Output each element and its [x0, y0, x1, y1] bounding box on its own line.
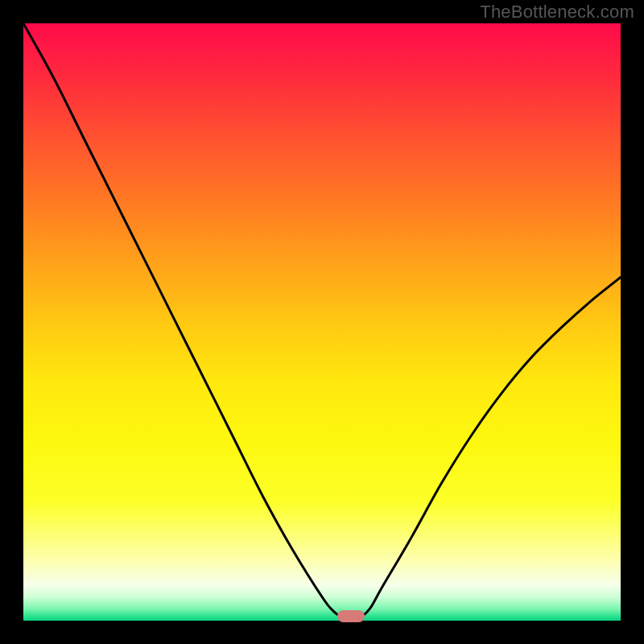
chart-container: TheBottleneck.com	[0, 0, 644, 644]
watermark-text: TheBottleneck.com	[480, 2, 634, 23]
curve-layer	[23, 23, 621, 621]
optimal-point-marker	[337, 610, 365, 622]
bottleneck-curve	[23, 23, 621, 620]
plot-area	[23, 23, 621, 621]
